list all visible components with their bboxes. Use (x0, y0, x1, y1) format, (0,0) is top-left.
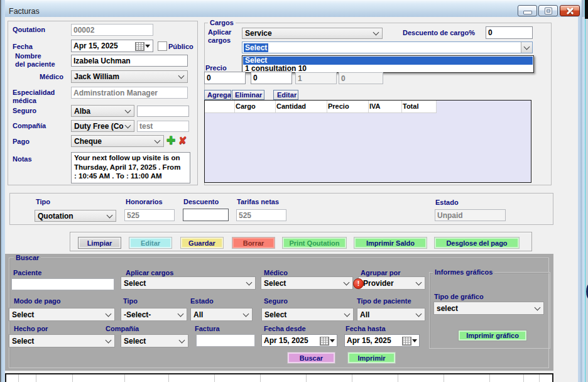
charge-select-combo[interactable]: Select (242, 41, 533, 53)
results-grid[interactable] (5, 373, 553, 382)
tipo-de-paciente-label: Tipo de paciente (357, 297, 411, 305)
charges-col-iva: IVA (369, 102, 381, 110)
column-separator (124, 374, 125, 382)
compania-combo-value: Duty Free (Co (74, 122, 124, 131)
precio-field-2[interactable]: 0 (251, 72, 292, 84)
desktop-sliver (585, 0, 588, 382)
charges-col-cargo: Cargo (236, 102, 256, 110)
precio-field-4[interactable]: 0 (339, 72, 383, 84)
nombre-field[interactable]: Izabela Uchman (71, 55, 188, 67)
hecho-por-combo[interactable]: Select (9, 334, 115, 347)
buscar-estado-combo[interactable]: All (190, 308, 253, 321)
buscar-button[interactable]: Buscar (287, 352, 335, 364)
precio-field-3[interactable]: 1 (295, 72, 337, 84)
buscar-estado-combo-value: All (193, 310, 203, 319)
imprimir-button[interactable]: Imprimir (347, 352, 396, 364)
descuento-cargo-field[interactable]: 0 (486, 26, 533, 39)
column-separator (168, 374, 169, 382)
pago-combo-value: Cheque (74, 137, 102, 146)
chevron-down-icon (106, 337, 112, 343)
estado-label: Estado (435, 199, 459, 207)
tipo-de-paciente-combo[interactable]: All (357, 308, 425, 321)
chevron-down-icon (416, 310, 422, 317)
aplicar-cargos-combo-value: Service (245, 29, 272, 38)
window-border-right (578, 17, 585, 382)
honorarios-label: Honorarios (126, 198, 163, 206)
honorarios-field[interactable]: 525 (124, 209, 175, 221)
charges-col-precio: Precio (328, 102, 349, 110)
restore-button[interactable] (538, 5, 558, 16)
imprimir-saldo-button[interactable]: Imprimir Saldo (354, 237, 427, 249)
buscar-medico-combo[interactable]: Select (261, 276, 353, 290)
chevron-down-icon (106, 310, 112, 317)
desglose-del-pago-button[interactable]: Desglose del pago (434, 237, 520, 249)
add-payment-icon[interactable]: ✚ (166, 136, 175, 145)
fecha-dropdown-arrow-icon[interactable] (145, 45, 150, 48)
tarifas-field[interactable]: 525 (236, 209, 286, 221)
aplicar-cargos-combo[interactable]: Service (242, 28, 383, 39)
factura-input[interactable] (196, 334, 255, 347)
publico-checkbox[interactable] (158, 41, 167, 51)
column-separator (368, 101, 369, 112)
seguro-extra-field[interactable] (137, 106, 189, 117)
borrar-button[interactable]: Borrar (232, 237, 275, 249)
buscar-seguro-combo[interactable]: Select (261, 308, 354, 321)
column-separator (539, 374, 540, 382)
guardar-button[interactable]: Guardar (180, 237, 224, 249)
compania-combo[interactable]: Duty Free (Co (71, 120, 134, 132)
seguro-combo-value: Alba (74, 107, 90, 116)
agregar-button[interactable]: Agregar (204, 90, 231, 100)
buscar-tipo-combo[interactable]: -Select- (121, 308, 187, 321)
paciente-input[interactable] (11, 278, 114, 290)
minimize-button[interactable] (518, 5, 537, 16)
column-separator (275, 101, 276, 112)
buscar-seguro-combo-value: Select (264, 310, 286, 319)
compania-extra-field[interactable]: test (137, 121, 189, 132)
fecha-hasta-label: Fecha hasta (346, 325, 386, 333)
tipo-combo[interactable]: Quotation (35, 210, 116, 222)
column-separator (36, 374, 36, 382)
modo-de-pago-combo[interactable]: Select (9, 308, 115, 321)
especialidad-field[interactable]: Adminstration Manager (71, 87, 188, 99)
descuento-field[interactable] (183, 209, 229, 221)
medico-combo[interactable]: Jack William (71, 70, 188, 83)
column-separator (18, 374, 19, 382)
fecha-desde-dropdown-arrow-icon[interactable] (330, 339, 335, 342)
charges-table[interactable]: Cargo Cantidad Precio IVA Total (204, 100, 531, 183)
editar-small-button[interactable]: Editar (273, 90, 298, 100)
notas-field[interactable]: Your next follow up visite is on Thursda… (71, 152, 190, 183)
close-button[interactable] (560, 5, 580, 16)
window-title: Facturas (9, 7, 40, 16)
calendar-icon[interactable] (402, 337, 411, 346)
limpiar-button[interactable]: Limpiar (78, 237, 121, 249)
tipo-de-grafico-combo[interactable]: select (433, 302, 544, 315)
hecho-por-label: Hecho por (14, 325, 48, 333)
fecha-hasta-dropdown-arrow-icon[interactable] (412, 339, 417, 342)
buscar-aplicar-cargos-combo[interactable]: Select (121, 276, 256, 290)
imprimir-grafico-button[interactable]: Imprimir gráfico (458, 330, 527, 341)
qoutation-field[interactable]: 00002 (71, 24, 153, 36)
print-qoutation-button[interactable]: Print Qoutation (282, 237, 347, 249)
chevron-down-icon (535, 304, 541, 310)
window-border-left (0, 0, 5, 382)
buscar-compania-combo[interactable]: Select (121, 334, 188, 347)
calendar-icon[interactable] (135, 42, 144, 51)
chevron-down-icon (107, 212, 113, 218)
tipo-de-grafico-combo-value: select (437, 304, 458, 313)
editar-button[interactable]: Editar (129, 237, 172, 249)
agrupar-por-combo[interactable]: Provider (358, 276, 425, 290)
buscar-medico-combo-value: Select (264, 279, 286, 288)
eliminar-button[interactable]: Eliminar (232, 90, 264, 100)
buscar-seguro-label: Seguro (264, 297, 288, 305)
precio-field-1[interactable]: 0 (204, 72, 246, 84)
estado-field[interactable]: Unpaid (435, 209, 506, 221)
calendar-icon[interactable] (320, 337, 329, 346)
chevron-down-icon (243, 310, 249, 317)
delete-payment-icon[interactable]: ✘ (178, 136, 187, 145)
charge-combo-dropdown-button[interactable] (521, 42, 532, 53)
charges-col-total: Total (403, 102, 418, 110)
dropdown-item-select[interactable]: Select (243, 57, 533, 65)
pago-combo[interactable]: Cheque (71, 135, 164, 147)
seguro-combo[interactable]: Alba (71, 105, 134, 117)
tipo-de-grafico-label: Tipo de gráfico (434, 293, 484, 301)
